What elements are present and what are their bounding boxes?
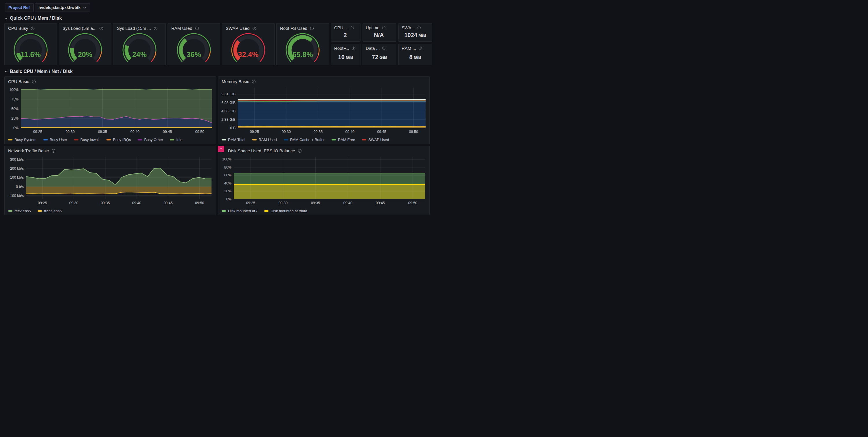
legend-item[interactable]: RAM Used	[252, 138, 277, 142]
info-icon[interactable]	[154, 26, 158, 30]
section-title: Quick CPU / Mem / Disk	[10, 16, 62, 21]
info-icon[interactable]	[382, 26, 386, 30]
legend-label: Busy IRQs	[113, 138, 131, 142]
legend-item[interactable]: SWAP Used	[362, 138, 389, 142]
gauge-sys-load-5m: 20%	[59, 32, 111, 62]
panel-title[interactable]: CPU ...	[334, 25, 348, 30]
legend-item[interactable]: Disk mounted at /	[222, 209, 257, 213]
stat-panels: CPU ... 2 Uptime N/A SWA... 1024MiB Root…	[331, 23, 432, 65]
info-icon[interactable]	[310, 26, 314, 30]
info-icon[interactable]	[252, 80, 256, 84]
svg-text:36%: 36%	[187, 50, 201, 58]
svg-text:40%: 40%	[224, 181, 231, 185]
info-icon[interactable]	[298, 149, 302, 153]
variable-label[interactable]: Project Ref	[5, 3, 34, 12]
panel-title[interactable]: Root FS Used	[280, 26, 307, 31]
memory-basic-chart[interactable]: 0 B2.33 GiB4.66 GiB6.98 GiB9.31 GiB09:25…	[221, 86, 427, 135]
svg-text:09:50: 09:50	[409, 130, 418, 134]
info-icon[interactable]	[252, 26, 256, 30]
panel-title[interactable]: Network Traffic Basic	[8, 148, 49, 153]
info-icon[interactable]	[351, 46, 355, 50]
svg-text:09:30: 09:30	[69, 201, 78, 205]
info-icon[interactable]	[31, 26, 35, 30]
panel-title[interactable]: Uptime	[366, 25, 380, 30]
gauge-swap-used: 32.4%	[222, 32, 274, 62]
section-basic-cpu-mem-net-disk[interactable]: Basic CPU / Mem / Net / Disk	[5, 69, 434, 74]
info-icon[interactable]	[417, 26, 421, 30]
panel-title[interactable]: Data ...	[366, 46, 380, 51]
info-icon[interactable]	[195, 26, 199, 30]
info-icon[interactable]	[32, 80, 36, 84]
legend-item[interactable]: Busy IRQs	[106, 138, 131, 142]
svg-text:20%: 20%	[224, 189, 231, 193]
stat-value: N/A	[374, 32, 384, 38]
legend-item[interactable]: Busy Iowait	[74, 138, 99, 142]
panel-ram-used: RAM Used 36%	[167, 23, 220, 65]
info-icon[interactable]	[382, 46, 386, 50]
panel-cpu-busy: CPU Busy 11.6%	[4, 23, 57, 65]
panel-title[interactable]: RAM Used	[171, 26, 192, 31]
network-traffic-chart[interactable]: -100 kb/s0 b/s100 kb/s200 kb/s300 kb/s09…	[7, 155, 213, 206]
legend-swatch	[222, 210, 226, 212]
panel-title[interactable]: RAM ...	[402, 46, 416, 51]
svg-text:09:35: 09:35	[314, 130, 322, 134]
section-quick-cpu-mem-disk[interactable]: Quick CPU / Mem / Disk	[5, 16, 434, 21]
panel-title[interactable]: RootF...	[334, 46, 349, 51]
panel-data-disk-total: Data ... 72GiB	[363, 44, 396, 65]
gauge-cpu-busy: 11.6%	[5, 32, 57, 62]
cpu-basic-chart[interactable]: 0%25%50%75%100%09:2509:3009:3509:4009:45…	[7, 86, 213, 135]
panel-cpu-basic: CPU Basic 0%25%50%75%100%09:2509:3009:35…	[4, 77, 216, 144]
panel-disk-space-ebs: ⚠ Disk Space Used, EBS IO Balance 0%20%4…	[218, 146, 430, 215]
panel-title[interactable]: CPU Busy	[8, 26, 28, 31]
alert-state-icon[interactable]: ⚠	[218, 146, 224, 152]
panel-title[interactable]: Memory Basic	[222, 79, 249, 84]
panel-rootfs-total: RootF... 10GiB	[331, 44, 361, 65]
legend-item[interactable]: RAM Cache + Buffer	[284, 138, 324, 142]
legend-item[interactable]: Disk mounted at /data	[264, 209, 307, 213]
legend-item[interactable]: Busy System	[8, 138, 36, 142]
legend-label: Busy Other	[144, 138, 163, 142]
svg-text:09:45: 09:45	[376, 201, 385, 205]
panel-title[interactable]: CPU Basic	[8, 79, 29, 84]
legend-item[interactable]: RAM Total	[222, 138, 245, 142]
svg-text:09:25: 09:25	[246, 201, 255, 205]
legend-item[interactable]: recv ens5	[8, 209, 31, 213]
panel-title[interactable]: Sys Load (15m ...	[117, 26, 151, 31]
variable-select[interactable]: hvdelujxlxstpxkhwbtk	[35, 3, 90, 12]
legend-label: trans ens5	[44, 209, 62, 213]
panel-title[interactable]: Disk Space Used, EBS IO Balance	[228, 148, 295, 153]
svg-text:9.31 GiB: 9.31 GiB	[221, 92, 236, 96]
dashboard-controls: Project Ref hvdelujxlxstpxkhwbtk	[0, 0, 434, 12]
legend-swatch	[43, 139, 48, 141]
legend-item[interactable]: trans ens5	[38, 209, 62, 213]
svg-text:09:35: 09:35	[311, 201, 320, 205]
disk-space-chart[interactable]: 0%20%40%60%80%100%09:2509:3009:3509:4009…	[221, 155, 427, 206]
svg-text:09:35: 09:35	[101, 201, 110, 205]
svg-text:50%: 50%	[11, 107, 19, 111]
svg-text:09:30: 09:30	[279, 201, 288, 205]
legend-item[interactable]: RAM Free	[332, 138, 355, 142]
info-icon[interactable]	[99, 26, 103, 30]
legend-label: RAM Used	[259, 138, 277, 142]
svg-text:09:30: 09:30	[282, 130, 291, 134]
svg-text:0 b/s: 0 b/s	[16, 185, 24, 189]
info-icon[interactable]	[350, 26, 354, 30]
legend-swatch	[38, 210, 42, 212]
panel-title[interactable]: SWA...	[402, 25, 415, 30]
info-icon[interactable]	[52, 149, 56, 153]
svg-text:0%: 0%	[226, 197, 231, 201]
legend-item[interactable]: Busy User	[43, 138, 67, 142]
panel-title[interactable]: Sys Load (5m a...	[62, 26, 97, 31]
chevron-down-icon	[5, 70, 8, 73]
svg-text:09:25: 09:25	[33, 130, 42, 134]
svg-text:200 kb/s: 200 kb/s	[10, 167, 24, 171]
legend-label: RAM Total	[228, 138, 245, 142]
legend-swatch	[106, 139, 111, 141]
svg-text:100%: 100%	[9, 88, 19, 92]
panel-network-traffic-basic: Network Traffic Basic -100 kb/s0 b/s100 …	[4, 146, 216, 215]
legend-item[interactable]: Busy Other	[138, 138, 163, 142]
info-icon[interactable]	[418, 46, 422, 50]
panel-title[interactable]: SWAP Used	[226, 26, 250, 31]
svg-text:2.33 GiB: 2.33 GiB	[221, 118, 236, 122]
legend-item[interactable]: Idle	[170, 138, 182, 142]
